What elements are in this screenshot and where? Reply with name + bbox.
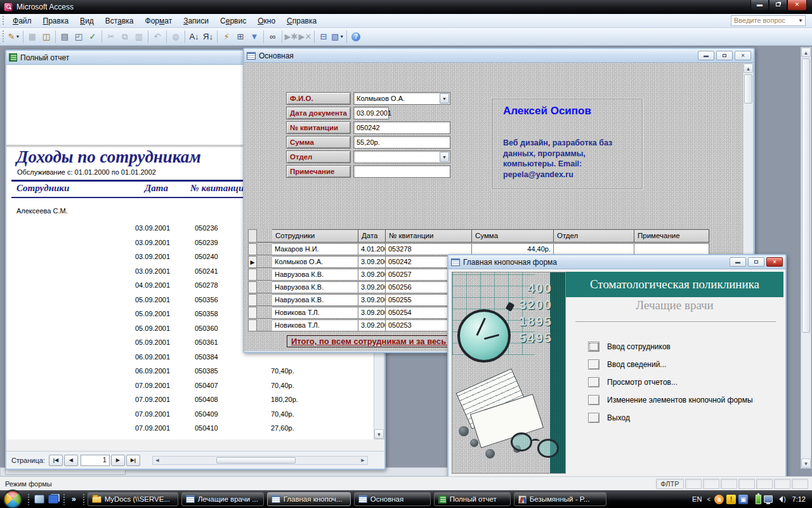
view-design-icon[interactable]: ✎▼	[8, 30, 20, 43]
save-icon[interactable]: ▦	[26, 30, 39, 43]
menu-item-вставка[interactable]: Вставка	[100, 15, 140, 27]
taskbar-button[interactable]: Лечащие врачи ...	[181, 492, 264, 506]
menu-item-записи[interactable]: Записи	[178, 15, 214, 27]
app-tray-icon[interactable]: ▣	[738, 495, 748, 504]
switchboard-item-5[interactable]: Выход	[580, 411, 630, 424]
print-icon[interactable]: ▤	[58, 30, 71, 43]
cut-icon[interactable]: ✂	[105, 30, 117, 43]
help-icon[interactable]: ?	[350, 30, 362, 43]
scroll-down-icon[interactable]: ▼	[374, 429, 384, 439]
taskbar-button[interactable]: Безымянный - P...	[514, 492, 606, 506]
question-dropdown-icon[interactable]: ▼	[797, 17, 804, 25]
find-icon[interactable]: ∞	[266, 30, 279, 43]
table-cell[interactable]: 3.09.2001	[358, 294, 386, 306]
column-header-4[interactable]: Сумма	[472, 229, 554, 243]
filter-selection-icon[interactable]: ⚡	[220, 30, 233, 43]
toolbar-grip[interactable]	[2, 30, 5, 44]
field-combobox[interactable]: ▼	[353, 150, 450, 163]
column-header-2[interactable]: Дата	[358, 229, 386, 243]
menu-item-справка[interactable]: Справка	[281, 15, 322, 27]
scroll-down-icon[interactable]: ▼	[801, 458, 811, 468]
scroll-up-icon[interactable]: ▲	[743, 64, 753, 73]
record-selector[interactable]	[248, 319, 257, 331]
sort-asc-icon[interactable]: А↓	[188, 30, 200, 43]
sort-desc-icon[interactable]: Я↓	[202, 30, 214, 43]
switchboard-item-button[interactable]	[588, 395, 599, 405]
app-minimize-button[interactable]: ▬	[750, 0, 769, 11]
quicklaunch-grip[interactable]	[27, 493, 30, 505]
column-header-3[interactable]: № квитанции	[386, 229, 472, 243]
menu-item-формат[interactable]: Формат	[140, 15, 178, 27]
record-selector[interactable]	[248, 307, 257, 319]
record-selector[interactable]	[248, 269, 257, 281]
quicklaunch-overflow-chevron[interactable]: »	[72, 495, 76, 504]
app-close-button[interactable]: ✕	[787, 0, 807, 11]
warning-tray-icon[interactable]: !	[726, 495, 736, 504]
field-combobox[interactable]: Колмыков О.А.▼	[353, 92, 450, 105]
app-restore-button[interactable]	[769, 0, 787, 11]
menu-item-файл[interactable]: Файл	[7, 15, 37, 27]
database-window-icon[interactable]: ⊟	[317, 30, 330, 43]
table-cell[interactable]: Наврузова К.В.	[272, 294, 358, 306]
column-header-6[interactable]: Примечание	[634, 229, 709, 243]
taskband-grip[interactable]	[82, 493, 85, 505]
report-horizontal-scrollbar[interactable]: ◀ ▶	[152, 456, 368, 465]
switchboard-titlebar[interactable]: Главная кнопочная форма ▬ ✕	[449, 255, 785, 269]
tray-expand-chevron[interactable]: <	[707, 496, 710, 503]
clock[interactable]: 7:12	[792, 495, 806, 503]
table-cell[interactable]: Новикова Т.Л.	[272, 319, 358, 331]
field-textbox[interactable]: 55,20р.	[353, 136, 450, 149]
switchboard-item-2[interactable]: Ввод сведений...	[580, 358, 666, 371]
taskbar-button[interactable]: Главная кнопоч...	[267, 492, 351, 506]
prev-page-button[interactable]: ◀	[64, 455, 78, 466]
hyperlink-icon[interactable]: ◍	[169, 30, 182, 43]
record-selector[interactable]	[248, 281, 257, 293]
minimize-button[interactable]: ▬	[730, 257, 746, 267]
table-cell[interactable]: Наврузова К.В.	[272, 281, 358, 293]
scroll-left-icon[interactable]: ◀	[153, 457, 162, 464]
close-button[interactable]: ✕	[766, 257, 783, 267]
print-preview-icon[interactable]: ◰	[72, 30, 85, 43]
switchboard-item-1[interactable]: Ввод сотрудников	[580, 340, 671, 353]
menu-item-правка[interactable]: Правка	[37, 15, 75, 27]
switchboard-item-button[interactable]	[588, 359, 599, 370]
switchboard-item-3[interactable]: Просмотр отчетов...	[580, 376, 678, 389]
apply-filter-icon[interactable]: ▼	[248, 30, 261, 43]
taskbar-button[interactable]: MyDocs (\\SERVE...	[88, 492, 178, 506]
spelling-icon[interactable]: ✓	[86, 30, 99, 43]
file-search-icon[interactable]: ◫	[40, 30, 53, 43]
field-textbox[interactable]: 03.09.2001	[353, 107, 389, 119]
menu-item-вид[interactable]: Вид	[74, 15, 100, 27]
filter-form-icon[interactable]: ⊞	[234, 30, 247, 43]
start-button[interactable]	[3, 490, 22, 508]
next-page-button[interactable]: ▶	[111, 455, 125, 466]
field-textbox[interactable]: 050242	[353, 121, 450, 134]
new-record-icon[interactable]: ▶✱	[285, 30, 298, 43]
punto-switcher-tray-icon[interactable]: a	[714, 495, 724, 504]
delete-record-icon[interactable]: ▶✕	[299, 30, 311, 43]
scroll-up-icon[interactable]: ▲	[801, 48, 811, 57]
switchboard-item-button[interactable]	[588, 377, 599, 387]
taskbar-button[interactable]: Полный отчет	[434, 492, 511, 506]
menu-item-окно[interactable]: Окно	[252, 15, 281, 27]
mdi-vertical-scrollbar[interactable]: ▲ ▼	[801, 47, 811, 469]
scroll-right-icon[interactable]: ▶	[358, 457, 367, 464]
maximize-button[interactable]	[748, 257, 764, 267]
menu-item-сервис[interactable]: Сервис	[214, 15, 252, 27]
table-cell[interactable]: 3.09.2001	[358, 319, 386, 331]
switch-windows-icon[interactable]	[48, 495, 58, 504]
table-cell[interactable]: Новикова Т.Л.	[272, 307, 358, 319]
taskbar-button[interactable]: Основная	[354, 492, 431, 506]
table-cell[interactable]: 3.09.2001	[358, 307, 386, 319]
minimize-button[interactable]: ▬	[698, 51, 714, 60]
table-cell[interactable]: Колмыков О.А.	[272, 256, 358, 268]
copy-icon[interactable]: ⧉	[119, 30, 131, 43]
table-cell[interactable]: Макаров Н.И.	[272, 243, 358, 255]
record-selector[interactable]: ▶	[248, 256, 257, 268]
combo-dropdown-icon[interactable]: ▼	[440, 152, 449, 162]
column-header-1[interactable]: Сотрудники	[272, 229, 358, 243]
ask-question-input[interactable]: Введите вопрос ▼	[731, 15, 806, 26]
new-object-icon[interactable]: ▧▼	[331, 30, 344, 43]
column-header-5[interactable]: Отдел	[554, 229, 634, 243]
language-indicator[interactable]: EN	[692, 495, 702, 503]
